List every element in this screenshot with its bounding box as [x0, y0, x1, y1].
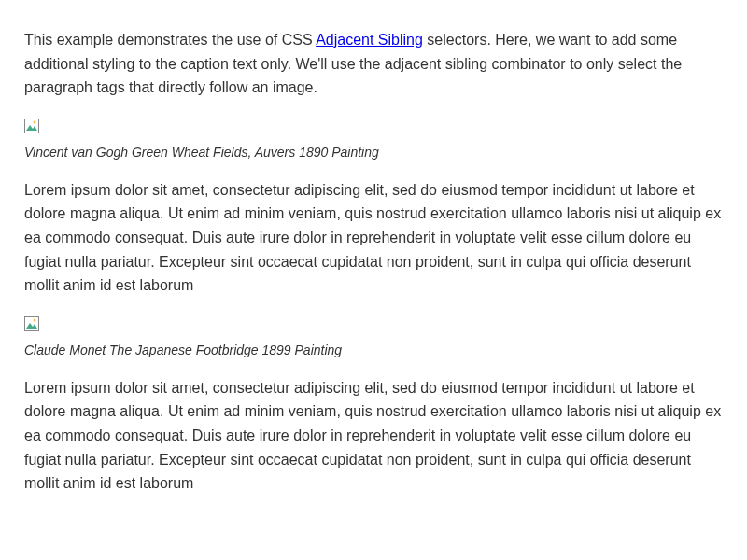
svg-marker-4	[26, 323, 37, 329]
body-text: Lorem ipsum dolor sit amet, consectetur …	[24, 178, 723, 298]
svg-point-5	[34, 318, 36, 321]
figure-block: Vincent van Gogh Green Wheat Fields, Auv…	[24, 115, 723, 298]
svg-rect-0	[25, 119, 39, 133]
figure-block: Claude Monet The Japanese Footbridge 189…	[24, 313, 723, 496]
svg-marker-1	[26, 125, 37, 131]
intro-text-pre: This example demonstrates the use of CSS	[24, 32, 316, 48]
broken-image-icon	[24, 316, 39, 331]
broken-image-icon	[24, 119, 39, 133]
intro-paragraph: This example demonstrates the use of CSS…	[24, 28, 723, 100]
svg-point-2	[34, 120, 36, 123]
body-text: Lorem ipsum dolor sit amet, consectetur …	[24, 376, 723, 496]
image-caption: Vincent van Gogh Green Wheat Fields, Auv…	[24, 142, 723, 162]
adjacent-sibling-link[interactable]: Adjacent Sibling	[316, 32, 423, 48]
image-caption: Claude Monet The Japanese Footbridge 189…	[24, 340, 723, 360]
svg-rect-3	[25, 316, 39, 330]
